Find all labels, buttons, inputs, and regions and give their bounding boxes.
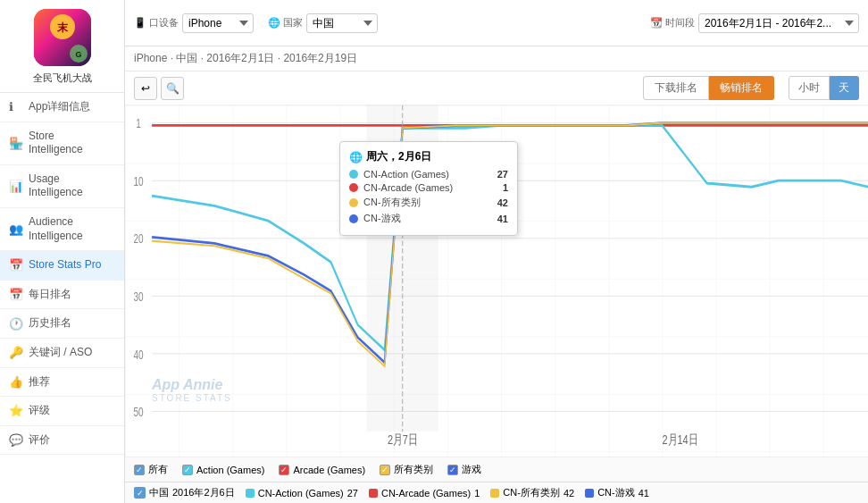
status-action-label: CN-Action (Games) — [258, 488, 344, 499]
device-filter-group: 📱 口设备 iPhone iPad All — [134, 13, 254, 33]
sidebar-item-store-intelligence[interactable]: 🏪 StoreIntelligence — [0, 122, 124, 165]
audience-icon: 👥 — [9, 222, 23, 236]
svg-text:30: 30 — [133, 289, 143, 304]
sidebar-item-rating[interactable]: ⭐ 评级 — [0, 397, 124, 426]
sidebar-item-label: Store Stats Pro — [29, 258, 101, 272]
sidebar-item-daily-ranking[interactable]: 📅 每日排名 — [0, 281, 124, 310]
chart-header-row: ↩ 🔍 下载排名 畅销排名 小时 天 — [125, 71, 868, 105]
star-icon: ⭐ — [9, 404, 23, 417]
check-icon: ✓ — [134, 487, 146, 499]
sidebar-item-label: StoreIntelligence — [29, 130, 83, 157]
tooltip-dot-all-cat — [349, 198, 358, 207]
status-action-item: CN-Action (Games) 27 — [246, 488, 358, 499]
sidebar-item-label: 评级 — [29, 404, 50, 418]
legend-label-action: Action (Games) — [196, 465, 264, 475]
sidebar-item-label: 关键词 / ASO — [29, 346, 92, 360]
time-hour-button[interactable]: 小时 — [789, 76, 830, 100]
subtitle-text: iPhone · 中国 · 2016年2月1日 · 2016年2月19日 — [134, 52, 357, 64]
legend-label-all: 所有 — [148, 463, 168, 476]
tab-revenue[interactable]: 畅销排名 — [709, 76, 774, 100]
status-arcade-item: CN-Arcade (Games) 1 — [369, 488, 480, 499]
legend-item-arcade-games[interactable]: ✓ Arcade (Games) — [279, 463, 365, 476]
usage-icon: 📊 — [9, 180, 23, 193]
legend-item-all[interactable]: ✓ 所有 — [134, 463, 168, 476]
status-country: 中国 — [149, 486, 169, 499]
legend-label-all-cat: 所有类别 — [394, 463, 433, 476]
status-dot-all-cat — [490, 489, 499, 498]
tooltip-row-action: CN-Action (Games) 27 — [349, 169, 508, 180]
sidebar-nav: ℹ App详细信息 🏪 StoreIntelligence 📊 UsageInt… — [0, 93, 124, 503]
status-all-cat-label: CN-所有类别 — [503, 486, 560, 499]
sidebar-item-recommend[interactable]: 👍 推荐 — [0, 368, 124, 398]
chart-tools: ↩ 🔍 — [134, 77, 184, 100]
app-icon: 末 G — [34, 9, 91, 66]
legend-check-all: ✓ — [134, 465, 145, 475]
chart-tab-group: 下载排名 畅销排名 — [643, 76, 774, 100]
svg-text:1: 1 — [136, 117, 141, 131]
sidebar-item-audience-intelligence[interactable]: 👥 AudienceIntelligence — [0, 208, 124, 251]
status-arcade-val: 1 — [474, 488, 480, 499]
status-dot-arcade — [369, 489, 378, 498]
svg-text:50: 50 — [133, 405, 143, 419]
device-select[interactable]: iPhone iPad All — [182, 13, 254, 33]
country-select[interactable]: 中国 美国 日本 — [306, 13, 378, 33]
topbar: 📱 口设备 iPhone iPad All 🌐 国家 中国 美国 日本 📆 — [125, 0, 868, 46]
subtitle-bar: iPhone · 中国 · 2016年2月1日 · 2016年2月19日 — [125, 46, 868, 71]
legend-item-all-categories[interactable]: ✓ 所有类别 — [380, 463, 433, 476]
country-filter-group: 🌐 国家 中国 美国 日本 — [268, 13, 378, 33]
date-range-select[interactable]: 2016年2月1日 - 2016年2... — [698, 13, 859, 33]
status-games-label: CN-游戏 — [597, 486, 635, 499]
tooltip-label-arcade: CN-Arcade (Games) — [363, 182, 497, 193]
tab-download[interactable]: 下载排名 — [643, 76, 709, 100]
status-games-val: 41 — [638, 488, 649, 499]
sidebar-item-history-ranking[interactable]: 🕐 历史排名 — [0, 309, 124, 339]
status-bar: ✓ 中国 2016年2月6日 CN-Action (Games) 27 CN-A… — [125, 482, 868, 503]
date-range-group: 📆 时间段 2016年2月1日 - 2016年2... — [650, 13, 859, 33]
tooltip-label-games: CN-游戏 — [363, 212, 492, 225]
sidebar-item-keyword-aso[interactable]: 🔑 关键词 / ASO — [0, 339, 124, 368]
chart-container: ↩ 🔍 下载排名 畅销排名 小时 天 — [125, 71, 868, 503]
tooltip-row-games: CN-游戏 41 — [349, 212, 508, 225]
tooltip-val-games: 41 — [497, 214, 508, 224]
thumbs-up-icon: 👍 — [9, 375, 23, 389]
undo-button[interactable]: ↩ — [134, 77, 157, 100]
tooltip-val-arcade: 1 — [503, 182, 508, 193]
tooltip-globe-icon: 🌐 — [349, 151, 363, 163]
legend-check-games: ✓ — [447, 465, 458, 475]
status-dot-action — [246, 489, 255, 498]
app-header: 末 G 全民飞机大战 — [0, 0, 124, 93]
svg-text:末: 末 — [56, 21, 69, 34]
svg-text:10: 10 — [133, 174, 143, 189]
tooltip: 🌐 周六，2月6日 CN-Action (Games) 27 CN-Arcade… — [339, 141, 518, 236]
sidebar-item-label: 历史排名 — [29, 316, 71, 331]
main-content: 📱 口设备 iPhone iPad All 🌐 国家 中国 美国 日本 📆 — [125, 0, 868, 503]
status-all-cat-item: CN-所有类别 42 — [490, 486, 574, 499]
legend-item-action-games[interactable]: ✓ Action (Games) — [182, 463, 264, 476]
sidebar-item-app-detail[interactable]: ℹ App详细信息 — [0, 93, 124, 122]
tooltip-label-all-cat: CN-所有类别 — [363, 196, 492, 209]
tooltip-val-all-cat: 42 — [497, 197, 508, 208]
key-icon: 🔑 — [9, 346, 23, 359]
sidebar-item-label: 每日排名 — [29, 288, 71, 302]
tooltip-row-arcade: CN-Arcade (Games) 1 — [349, 182, 508, 193]
sidebar-item-review[interactable]: 💬 评价 — [0, 426, 124, 456]
legend-item-games[interactable]: ✓ 游戏 — [447, 463, 481, 476]
status-date: 2016年2月6日 — [172, 486, 235, 499]
sidebar-item-label: AudienceIntelligence — [29, 215, 83, 243]
tooltip-dot-games — [349, 214, 358, 223]
legend-label-arcade: Arcade (Games) — [293, 465, 365, 475]
tooltip-title: 🌐 周六，2月6日 — [349, 149, 508, 164]
sidebar-item-usage-intelligence[interactable]: 📊 UsageIntelligence — [0, 165, 124, 208]
time-day-button[interactable]: 天 — [830, 76, 859, 100]
tooltip-dot-action — [349, 170, 358, 179]
calendar-icon: 📆 — [650, 17, 663, 28]
status-games-item: CN-游戏 41 — [585, 486, 649, 499]
time-group: 小时 天 — [789, 76, 859, 100]
sidebar-item-label: 评价 — [29, 433, 50, 448]
device-label: 📱 口设备 — [134, 16, 179, 29]
comment-icon: 💬 — [9, 433, 23, 447]
sidebar-item-store-stats-pro[interactable]: 📅 Store Stats Pro — [0, 251, 124, 281]
stats-icon: 📅 — [9, 258, 23, 272]
svg-text:2月14日: 2月14日 — [663, 432, 698, 447]
zoom-button[interactable]: 🔍 — [161, 77, 184, 100]
